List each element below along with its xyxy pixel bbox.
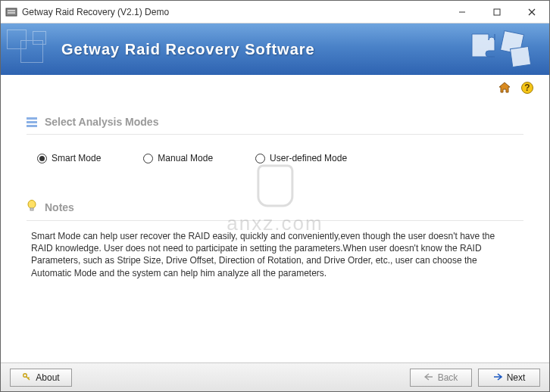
close-button[interactable] (514, 1, 549, 23)
help-icon[interactable]: ? (520, 81, 534, 97)
radio-label: Manual Mode (158, 153, 213, 163)
main-content: Select Analysis Modes Smart Mode Manual … (1, 98, 549, 362)
svg-rect-2 (8, 12, 15, 14)
section-modes-header: Select Analysis Modes (27, 116, 523, 128)
toolbar-icons: ? (1, 75, 549, 98)
window-title: Getway Raid Recovery (V2.1) Demo (22, 7, 445, 17)
bottom-bar: About Back Next (1, 362, 549, 391)
arrow-left-icon (424, 373, 433, 382)
banner-puzzle-icon (464, 26, 540, 72)
home-icon[interactable] (498, 81, 511, 97)
svg-rect-10 (30, 208, 33, 210)
next-label: Next (507, 372, 526, 383)
svg-point-9 (28, 201, 36, 209)
minimize-button[interactable] (445, 1, 480, 23)
radio-label: User-defined Mode (270, 153, 347, 163)
svg-line-13 (28, 377, 30, 378)
bulb-icon (27, 200, 37, 214)
mode-radio-group: Smart Mode Manual Mode User-defined Mode (27, 148, 523, 191)
list-icon (27, 117, 37, 127)
titlebar: Getway Raid Recovery (V2.1) Demo (1, 1, 549, 23)
radio-indicator (37, 154, 47, 163)
radio-indicator (143, 154, 153, 163)
maximize-button[interactable] (480, 1, 514, 23)
about-label: About (36, 372, 59, 383)
arrow-right-icon (493, 373, 502, 382)
back-button[interactable]: Back (410, 369, 472, 387)
radio-manual-mode[interactable]: Manual Mode (143, 153, 213, 163)
divider (27, 220, 523, 221)
about-button[interactable]: About (10, 369, 72, 387)
radio-indicator (255, 154, 265, 163)
svg-text:?: ? (524, 82, 530, 93)
svg-rect-1 (8, 10, 15, 11)
svg-rect-4 (494, 9, 500, 15)
divider (27, 134, 523, 135)
section-notes-title: Notes (45, 201, 74, 213)
banner-decoration-left (7, 30, 52, 69)
back-label: Back (438, 372, 458, 383)
radio-user-defined-mode[interactable]: User-defined Mode (255, 153, 347, 163)
section-notes-header: Notes (27, 200, 523, 214)
section-modes-title: Select Analysis Modes (45, 116, 158, 128)
next-button[interactable]: Next (478, 369, 540, 387)
radio-label: Smart Mode (52, 153, 101, 163)
banner: Getway Raid Recovery Software (1, 23, 549, 75)
radio-smart-mode[interactable]: Smart Mode (37, 153, 101, 163)
key-icon (22, 372, 31, 383)
notes-text: Smart Mode can help user recover the RAI… (27, 229, 523, 281)
banner-title: Getway Raid Recovery Software (61, 41, 315, 58)
app-icon (5, 6, 17, 18)
